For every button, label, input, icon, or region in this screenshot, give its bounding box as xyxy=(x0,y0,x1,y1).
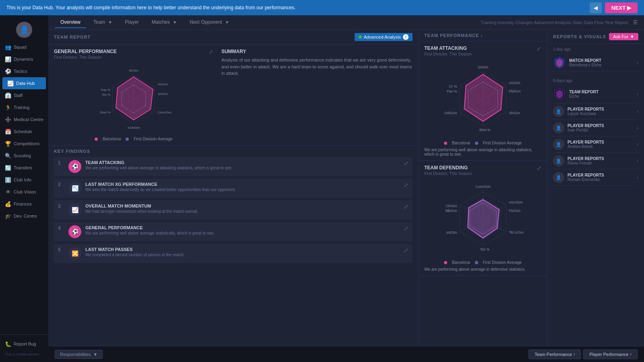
team-performance-button[interactable]: Team Performance › xyxy=(528,350,581,359)
sidebar-item-schedule[interactable]: 📅 Schedule xyxy=(0,125,48,138)
finding-expand-icon[interactable]: ⤢ xyxy=(404,204,409,210)
tab-next-opponent[interactable]: Next Opponent ▼ xyxy=(184,17,235,28)
svg-text:xGA/Gm: xGA/Gm xyxy=(128,126,140,130)
report-name: Elche xyxy=(569,94,634,99)
finding-num: 5 xyxy=(58,247,64,253)
finding-expand-icon[interactable]: ⤢ xyxy=(404,247,409,253)
sidebar-item-label: Squad xyxy=(14,45,27,49)
next-button[interactable]: NEXT ▶ xyxy=(605,2,638,13)
ask-for-button[interactable]: Ask For ▼ xyxy=(609,33,638,40)
sidebar-item-squad[interactable]: 👥 Squad xyxy=(0,41,48,53)
sidebar-item-staff[interactable]: 👔 Staff xyxy=(0,89,48,101)
dynamics-icon: 📊 xyxy=(5,56,11,62)
reports-panel: REPORTS & VISUALS Ask For ▼ 1 day ago xyxy=(547,30,644,346)
report-item-player2[interactable]: 👤 PLAYER REPORTS Ivan Perišić › xyxy=(553,120,638,136)
sidebar-item-reportbug[interactable]: 🐛 Report Bug xyxy=(0,338,48,350)
sidebar-item-training[interactable]: 🏃 Training xyxy=(0,101,48,113)
finding-desc: We had stronger momentum when looking at… xyxy=(85,209,400,214)
responsibilities-button[interactable]: Responsibilities ▼ xyxy=(55,350,103,359)
finding-expand-icon[interactable]: ⤢ xyxy=(404,225,409,232)
svg-text:Shot %: Shot % xyxy=(100,111,110,114)
report-item-player4[interactable]: 👤 PLAYER REPORTS Remo Freuler › xyxy=(553,153,638,169)
report-arrow-icon: › xyxy=(637,158,638,164)
sidebar-item-clubinfo[interactable]: ℹ️ Club Info xyxy=(0,174,48,186)
team-performance-panel: TEAM PERFORMANCE › TEAM ATTACKING First … xyxy=(419,30,547,346)
finding-num: 4 xyxy=(58,225,64,231)
report-item-player5[interactable]: 👤 PLAYER REPORTS Roman Eremenko › xyxy=(553,169,638,186)
sidebar-item-competitions[interactable]: 🏆 Competitions xyxy=(0,138,48,150)
player-avatar: 👤 xyxy=(553,106,564,117)
finding-item[interactable]: 3 📈 OVERALL MATCH MOMENTUM We had strong… xyxy=(54,200,413,220)
sidebar-item-transfers[interactable]: 🔄 Transfers xyxy=(0,162,48,174)
report-info: PLAYER REPORTS Layyin Kurzawa xyxy=(568,107,634,116)
sidebar-item-medical[interactable]: ➕ Medical Centre xyxy=(0,113,48,125)
report-info: PLAYER REPORTS Ivan Perišić xyxy=(568,123,634,132)
ask-for-label: Ask For xyxy=(613,34,628,39)
tab-overview[interactable]: Overview xyxy=(55,17,86,28)
svg-text:Tkl A/Gm: Tkl A/Gm xyxy=(509,230,524,234)
notification-text: This is your Data Hub. Your analysts wil… xyxy=(6,5,295,10)
report-name: Roman Eremenko xyxy=(568,177,634,182)
legend-avg: First Division Average xyxy=(483,141,522,145)
advanced-analysis-label: Advanced Analysis xyxy=(364,35,401,39)
team-attacking-radar: GI/Gm xG/Gm Sh/Gm Shot % Drb/Gm Pas % Cr… xyxy=(424,59,541,139)
tab-player[interactable]: Player xyxy=(120,17,144,28)
finding-item[interactable]: 1 ⚽ TEAM ATTACKING We are performing wel… xyxy=(54,157,413,176)
report-item-match[interactable]: MATCH REPORT Barcelona v Elche › xyxy=(553,54,638,72)
sidebar-item-tactics[interactable]: ⚽ Tactics xyxy=(0,65,48,77)
svg-text:Shot %: Shot % xyxy=(479,128,491,132)
nav-buttons: ◀ NEXT ▶ xyxy=(590,2,638,13)
svg-text:Fls/Gm: Fls/Gm xyxy=(509,209,520,213)
report-item-player3[interactable]: 👤 PLAYER REPORTS Andrea Belotti › xyxy=(553,136,638,153)
expand-icon[interactable]: ⤢ xyxy=(537,45,541,52)
svg-text:xGA/Gm: xGA/Gm xyxy=(509,200,522,204)
svg-text:Fld/Gm: Fld/Gm xyxy=(509,89,520,93)
svg-text:Cr %: Cr % xyxy=(449,84,457,88)
expand-icon[interactable]: ⤢ xyxy=(537,165,541,171)
player-performance-button[interactable]: Player Performance › xyxy=(583,350,638,359)
report-item-team[interactable]: TEAM REPORT Elche › xyxy=(553,85,638,103)
finding-title: TEAM ATTACKING xyxy=(85,160,400,165)
report-info: TEAM REPORT Elche xyxy=(569,90,634,99)
svg-text:Conc/Gm: Conc/Gm xyxy=(158,111,171,114)
sidebar-item-label: Dynamics xyxy=(14,57,33,62)
finding-content: GENERAL PERFORMANCE We are performing we… xyxy=(85,225,400,235)
finding-expand-icon[interactable]: ⤢ xyxy=(404,182,409,188)
competitions-icon: 🏆 xyxy=(5,140,11,147)
chart-header: TEAM ATTACKING First Division, This Seas… xyxy=(424,45,541,59)
sidebar-item-scouting[interactable]: 🔍 Scouting xyxy=(0,150,48,162)
expand-icon[interactable]: ⤢ xyxy=(208,49,213,55)
sidebar-item-label: Staff xyxy=(14,93,23,98)
beta-text: This is a beta version xyxy=(0,350,48,359)
tab-matches[interactable]: Matches ▼ xyxy=(146,17,183,28)
team-perf-arrow: › xyxy=(481,33,482,38)
report-section-1: 1 day ago MATCH REPORT Barcelona v Elche xyxy=(547,44,644,75)
sidebar-item-devcentre[interactable]: 🎓 Dev. Centre xyxy=(0,210,48,222)
report-name: Barcelona v Elche xyxy=(569,63,634,67)
back-button[interactable]: ◀ xyxy=(590,2,602,13)
report-info: PLAYER REPORTS Remo Freuler xyxy=(568,156,634,165)
clubvision-icon: 👁 xyxy=(5,189,11,195)
svg-marker-51 xyxy=(468,200,499,238)
avatar: 👤 xyxy=(16,22,32,38)
report-item-player1[interactable]: 👤 PLAYER REPORTS Layyin Kurzawa › xyxy=(553,103,638,120)
sidebar-item-dynamics[interactable]: 📊 Dynamics xyxy=(0,53,48,65)
devcentre-icon: 🎓 xyxy=(5,213,11,219)
svg-marker-11 xyxy=(116,77,153,120)
team-performance-label: Team Performance xyxy=(535,352,572,357)
team-perf-header[interactable]: TEAM PERFORMANCE › xyxy=(419,30,547,41)
finding-item[interactable]: 4 ⚽ GENERAL PERFORMANCE We are performin… xyxy=(54,222,413,241)
advanced-analysis-button[interactable]: Advanced Analysis i xyxy=(355,33,413,41)
sidebar-item-clubvision[interactable]: 👁 Club Vision xyxy=(0,186,48,198)
finding-item[interactable]: 5 🔀 LAST MATCH PASSES We completed a dec… xyxy=(54,244,413,263)
sidebar-item-datahub[interactable]: 📈 Data Hub xyxy=(2,77,46,89)
settings-icon[interactable]: ☰ xyxy=(633,20,638,25)
notification-bar: This is your Data Hub. Your analysts wil… xyxy=(0,0,644,15)
bottom-bar: Responsibilities ▼ Team Performance › Pl… xyxy=(48,346,644,362)
finding-item[interactable]: 2 📉 LAST MATCH XG PERFORMANCE We won the… xyxy=(54,179,413,198)
tab-team[interactable]: Team ▼ xyxy=(88,17,118,28)
arrow-icon: › xyxy=(630,352,632,356)
finding-expand-icon[interactable]: ⤢ xyxy=(404,160,409,167)
sidebar-item-finances[interactable]: 💰 Finances xyxy=(0,198,48,210)
defending-legend: Barcelona First Division Average xyxy=(424,260,541,265)
